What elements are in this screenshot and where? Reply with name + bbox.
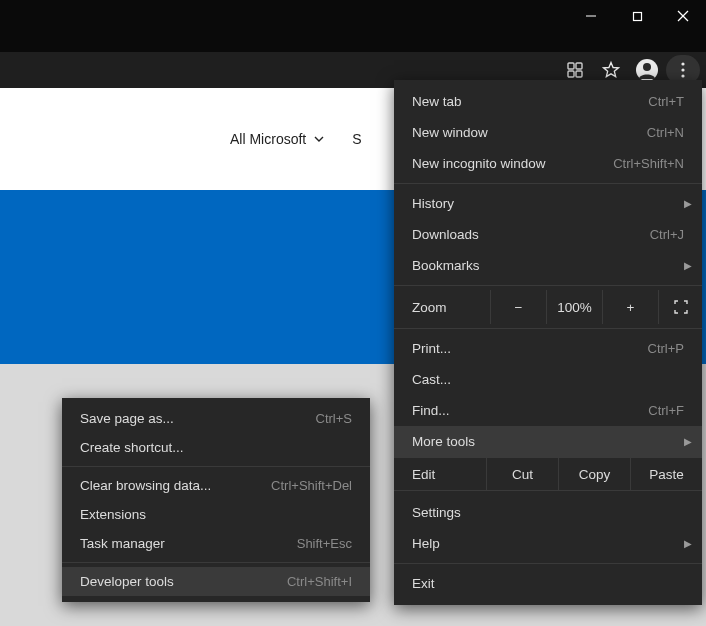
- chevron-right-icon: ▶: [684, 260, 692, 271]
- menu-label: More tools: [412, 434, 684, 449]
- plus-icon: +: [627, 300, 635, 315]
- menu-item-history[interactable]: History ▶: [394, 188, 702, 219]
- svg-point-12: [681, 68, 684, 71]
- close-button[interactable]: [660, 0, 706, 32]
- tab-strip: [0, 32, 706, 52]
- submenu-label: Developer tools: [80, 574, 287, 589]
- svg-point-13: [681, 74, 684, 77]
- menu-label: Downloads: [412, 227, 650, 242]
- menu-item-bookmarks[interactable]: Bookmarks ▶: [394, 250, 702, 281]
- menu-separator: [394, 183, 702, 184]
- edit-label: Edit: [394, 467, 486, 482]
- svg-rect-6: [568, 71, 574, 77]
- maximize-button[interactable]: [614, 0, 660, 32]
- all-microsoft-label: All Microsoft: [230, 131, 306, 147]
- submenu-item-task-manager[interactable]: Task manager Shift+Esc: [62, 529, 370, 558]
- menu-shortcut: Ctrl+N: [647, 125, 684, 140]
- menu-zoom-row: Zoom − 100% +: [394, 290, 702, 324]
- submenu-separator: [62, 466, 370, 467]
- submenu-item-clear-browsing[interactable]: Clear browsing data... Ctrl+Shift+Del: [62, 471, 370, 500]
- svg-rect-1: [633, 12, 641, 20]
- window-titlebar: [0, 0, 706, 32]
- submenu-item-extensions[interactable]: Extensions: [62, 500, 370, 529]
- menu-label: Cast...: [412, 372, 684, 387]
- menu-label: Print...: [412, 341, 648, 356]
- submenu-shortcut: Ctrl+Shift+Del: [271, 478, 352, 493]
- menu-item-print[interactable]: Print... Ctrl+P: [394, 333, 702, 364]
- menu-edit-row: Edit Cut Copy Paste: [394, 457, 702, 491]
- menu-item-new-window[interactable]: New window Ctrl+N: [394, 117, 702, 148]
- menu-separator: [394, 563, 702, 564]
- svg-rect-4: [568, 63, 574, 69]
- menu-item-settings[interactable]: Settings: [394, 497, 702, 528]
- menu-shortcut: Ctrl+T: [648, 94, 684, 109]
- zoom-out-button[interactable]: −: [490, 290, 546, 324]
- more-tools-submenu: Save page as... Ctrl+S Create shortcut..…: [62, 398, 370, 602]
- menu-label: Exit: [412, 576, 684, 591]
- paste-label: Paste: [649, 467, 684, 482]
- search-fragment: S: [352, 131, 361, 147]
- chevron-right-icon: ▶: [684, 198, 692, 209]
- svg-point-10: [643, 63, 651, 71]
- menu-separator: [394, 328, 702, 329]
- copy-button[interactable]: Copy: [558, 458, 630, 490]
- zoom-percent: 100%: [557, 300, 592, 315]
- chrome-main-menu: New tab Ctrl+T New window Ctrl+N New inc…: [394, 80, 702, 605]
- submenu-item-save-page[interactable]: Save page as... Ctrl+S: [62, 404, 370, 433]
- submenu-label: Save page as...: [80, 411, 316, 426]
- submenu-item-create-shortcut[interactable]: Create shortcut...: [62, 433, 370, 462]
- fullscreen-icon: [674, 300, 688, 314]
- menu-label: Find...: [412, 403, 648, 418]
- cut-label: Cut: [512, 467, 533, 482]
- menu-item-help[interactable]: Help ▶: [394, 528, 702, 559]
- submenu-label: Create shortcut...: [80, 440, 352, 455]
- menu-item-more-tools[interactable]: More tools ▶: [394, 426, 702, 457]
- submenu-label: Clear browsing data...: [80, 478, 271, 493]
- svg-rect-7: [576, 71, 582, 77]
- cut-button[interactable]: Cut: [486, 458, 558, 490]
- submenu-label: Task manager: [80, 536, 297, 551]
- all-microsoft-dropdown[interactable]: All Microsoft: [230, 131, 324, 147]
- chevron-down-icon: [314, 136, 324, 142]
- menu-separator: [394, 285, 702, 286]
- chevron-right-icon: ▶: [684, 538, 692, 549]
- svg-rect-5: [576, 63, 582, 69]
- menu-item-find[interactable]: Find... Ctrl+F: [394, 395, 702, 426]
- chevron-right-icon: ▶: [684, 436, 692, 447]
- menu-item-new-incognito[interactable]: New incognito window Ctrl+Shift+N: [394, 148, 702, 179]
- menu-item-downloads[interactable]: Downloads Ctrl+J: [394, 219, 702, 250]
- minus-icon: −: [515, 300, 523, 315]
- menu-shortcut: Ctrl+P: [648, 341, 684, 356]
- submenu-separator: [62, 562, 370, 563]
- paste-button[interactable]: Paste: [630, 458, 702, 490]
- svg-point-11: [681, 62, 684, 65]
- zoom-label: Zoom: [394, 300, 490, 315]
- zoom-value: 100%: [546, 290, 602, 324]
- menu-shortcut: Ctrl+J: [650, 227, 684, 242]
- menu-item-cast[interactable]: Cast...: [394, 364, 702, 395]
- fullscreen-button[interactable]: [658, 290, 702, 324]
- zoom-in-button[interactable]: +: [602, 290, 658, 324]
- minimize-button[interactable]: [568, 0, 614, 32]
- menu-shortcut: Ctrl+Shift+N: [613, 156, 684, 171]
- menu-shortcut: Ctrl+F: [648, 403, 684, 418]
- menu-label: New tab: [412, 94, 648, 109]
- menu-label: New incognito window: [412, 156, 613, 171]
- submenu-shortcut: Ctrl+S: [316, 411, 352, 426]
- menu-label: History: [412, 196, 684, 211]
- menu-label: New window: [412, 125, 647, 140]
- submenu-label: Extensions: [80, 507, 352, 522]
- menu-label: Help: [412, 536, 684, 551]
- copy-label: Copy: [579, 467, 611, 482]
- submenu-shortcut: Shift+Esc: [297, 536, 352, 551]
- menu-item-exit[interactable]: Exit: [394, 568, 702, 599]
- menu-label: Settings: [412, 505, 684, 520]
- menu-item-new-tab[interactable]: New tab Ctrl+T: [394, 86, 702, 117]
- submenu-shortcut: Ctrl+Shift+I: [287, 574, 352, 589]
- menu-label: Bookmarks: [412, 258, 684, 273]
- submenu-item-developer-tools[interactable]: Developer tools Ctrl+Shift+I: [62, 567, 370, 596]
- svg-marker-8: [604, 63, 619, 77]
